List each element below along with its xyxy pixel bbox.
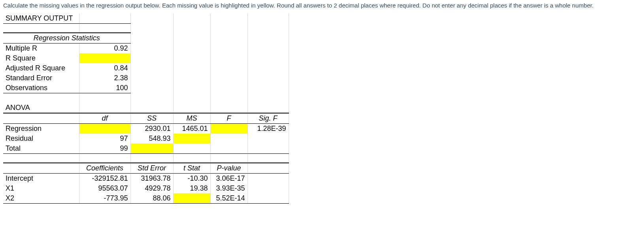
anova-total-ss-missing[interactable] — [130, 144, 173, 154]
cell — [289, 193, 297, 204]
cell — [289, 163, 297, 174]
cell — [173, 33, 210, 43]
std-error-label: Standard Error — [3, 73, 79, 83]
r-square-value-missing[interactable] — [79, 53, 130, 63]
cell — [247, 13, 289, 24]
anova-header-df: df — [79, 113, 130, 124]
cell — [247, 163, 289, 174]
cell — [210, 43, 247, 54]
anova-total-label: Total — [3, 144, 79, 154]
cell — [173, 144, 210, 154]
coef-header-p: P-value — [210, 163, 247, 174]
anova-total-df: 99 — [79, 144, 130, 154]
coef-x2-se: 88.06 — [130, 193, 173, 204]
cell — [289, 153, 297, 163]
cell — [130, 43, 173, 54]
cell — [247, 183, 289, 193]
coef-intercept-se: 31963.78 — [130, 174, 173, 184]
cell — [130, 23, 173, 33]
coef-intercept-t: -10.30 — [173, 174, 210, 184]
cell — [210, 23, 247, 33]
cell — [247, 23, 289, 33]
anova-regression-df-missing[interactable] — [79, 123, 130, 134]
cell — [289, 83, 297, 93]
cell — [289, 93, 297, 103]
cell — [79, 23, 130, 33]
multiple-r-value: 0.92 — [79, 43, 130, 54]
cell — [247, 153, 289, 163]
cell — [247, 134, 289, 144]
cell — [173, 73, 210, 83]
coef-x1-p: 3.93E-35 — [210, 183, 247, 193]
cell — [210, 73, 247, 83]
adj-r-square-label: Adjusted R Square — [3, 63, 79, 73]
cell — [3, 163, 79, 174]
cell — [173, 53, 210, 63]
cell — [247, 174, 289, 184]
cell — [289, 73, 297, 83]
cell — [210, 33, 247, 43]
anova-title: ANOVA — [3, 103, 79, 113]
cell — [289, 183, 297, 193]
anova-header-ss: SS — [130, 113, 173, 124]
cell — [289, 134, 297, 144]
cell — [79, 13, 130, 24]
coef-x1-label: X1 — [3, 183, 79, 193]
cell — [289, 43, 297, 54]
regression-statistics-header: Regression Statistics — [3, 33, 130, 43]
r-square-label: R Square — [3, 53, 79, 63]
anova-regression-f-missing[interactable] — [210, 123, 247, 134]
coef-x1-se: 4929.78 — [130, 183, 173, 193]
cell — [210, 103, 247, 113]
cell — [247, 144, 289, 154]
coef-header-se: Std Error — [130, 163, 173, 174]
cell — [173, 153, 210, 163]
coef-x2-p: 5.52E-14 — [210, 193, 247, 204]
anova-residual-ms-missing[interactable] — [173, 134, 210, 144]
std-error-value: 2.38 — [79, 73, 130, 83]
observations-label: Observations — [3, 83, 79, 93]
cell — [289, 174, 297, 184]
cell — [3, 153, 79, 163]
cell — [247, 33, 289, 43]
cell — [247, 83, 289, 93]
coef-header-coef: Coefficients — [79, 163, 130, 174]
cell — [130, 83, 173, 93]
anova-header-sigf: Sig. F — [247, 113, 289, 124]
anova-residual-df: 97 — [79, 134, 130, 144]
cell — [210, 134, 247, 144]
cell — [130, 53, 173, 63]
cell — [173, 23, 210, 33]
cell — [130, 153, 173, 163]
cell — [173, 63, 210, 73]
coef-header-t: t Stat — [173, 163, 210, 174]
coef-intercept-coef: -329152.81 — [79, 174, 130, 184]
coef-x1-coef: 95563.07 — [79, 183, 130, 193]
coef-x1-t: 19.38 — [173, 183, 210, 193]
coef-intercept-p: 3.06E-17 — [210, 174, 247, 184]
cell — [247, 73, 289, 83]
regression-output-table: SUMMARY OUTPUT Regression Statistics Mul… — [3, 13, 297, 204]
observations-value: 100 — [79, 83, 130, 93]
anova-regression-ms: 1465.01 — [173, 123, 210, 134]
anova-regression-sigf: 1.28E-39 — [247, 123, 289, 134]
cell — [3, 93, 79, 103]
coef-x2-label: X2 — [3, 193, 79, 204]
cell — [289, 13, 297, 24]
cell — [79, 93, 130, 103]
cell — [247, 93, 289, 103]
anova-residual-ss: 548.93 — [130, 134, 173, 144]
anova-header-f: F — [210, 113, 247, 124]
cell — [130, 63, 173, 73]
cell — [210, 13, 247, 24]
cell — [210, 153, 247, 163]
instruction-text: Calculate the missing values in the regr… — [3, 2, 641, 9]
cell — [210, 63, 247, 73]
coef-intercept-label: Intercept — [3, 174, 79, 184]
cell — [130, 103, 173, 113]
cell — [247, 53, 289, 63]
coef-x2-t-missing[interactable] — [173, 193, 210, 204]
cell — [289, 123, 297, 134]
anova-regression-label: Regression — [3, 123, 79, 134]
cell — [173, 13, 210, 24]
